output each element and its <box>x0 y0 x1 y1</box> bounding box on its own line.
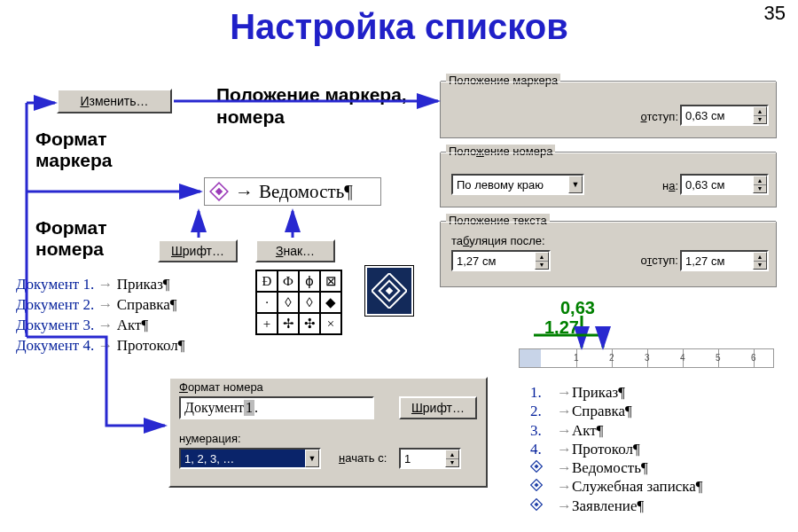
format-prefix: Документ <box>184 400 244 416</box>
start-at-input[interactable]: 1 ▲▼ <box>399 448 461 469</box>
list-item: Документ 2. → Справка¶ <box>16 295 184 316</box>
svg-rect-4 <box>386 287 393 294</box>
charmap-cell[interactable]: Ð <box>256 270 278 292</box>
preview-item: 2.→Справка¶ <box>530 402 703 420</box>
svg-rect-8 <box>534 483 538 488</box>
sample-marker-line: → Ведомость¶ <box>204 177 381 206</box>
text-indent-value: 1,27 см <box>685 254 724 268</box>
preview-item: →Заявление¶ <box>530 497 703 515</box>
chevron-down-icon[interactable]: ▼ <box>305 450 319 467</box>
chevron-down-icon[interactable]: ▼ <box>568 176 583 193</box>
charmap-cell[interactable]: ✢ <box>278 313 299 334</box>
start-label: начать с: <box>339 451 387 465</box>
marker-indent-value: 0,63 см <box>685 109 724 122</box>
diamond-icon <box>208 181 230 202</box>
charmap-cell[interactable]: ◊ <box>278 292 299 313</box>
preview-item: →Служебная записка¶ <box>530 477 703 496</box>
charmap-cell[interactable]: × <box>320 313 341 334</box>
svg-rect-1 <box>215 188 223 195</box>
format-num-digit: 1 <box>244 400 254 416</box>
tab-label: табуляция после: <box>451 234 545 247</box>
numbering-value: 1, 2, 3, … <box>184 452 234 466</box>
change-button-label: Изменить… <box>80 94 148 108</box>
ruler-number: 3 <box>645 353 650 363</box>
charmap-cell[interactable]: Ф <box>278 270 299 292</box>
svg-rect-10 <box>534 502 538 506</box>
charmap-cell[interactable]: ◊ <box>299 292 320 313</box>
spinner-icon[interactable]: ▲▼ <box>753 176 767 193</box>
preview-item: 3.→Акт¶ <box>530 421 703 440</box>
spinner-icon[interactable]: ▲▼ <box>753 252 767 270</box>
ruler-number: 1 <box>574 353 579 363</box>
font2-button-label: Шрифт… <box>411 401 465 415</box>
symbol-button-label: Знак… <box>276 244 315 258</box>
sample-text: Ведомость¶ <box>259 181 353 203</box>
indent-label: отступ: <box>640 110 678 123</box>
format-number-legend: Формат номера <box>179 380 263 394</box>
charmap-cell[interactable]: ϕ <box>299 270 320 292</box>
font-button-label: Шрифт… <box>171 244 224 258</box>
preview-item: 4.→Протокол¶ <box>530 440 703 458</box>
ruler: 123456 <box>519 348 774 368</box>
number-format-input[interactable]: Документ 1. <box>179 396 374 419</box>
at-label: на: <box>662 179 678 192</box>
charmap-cell[interactable]: ◆ <box>320 292 341 313</box>
ruler-number: 2 <box>609 353 614 363</box>
charmap-cell[interactable]: ⊠ <box>320 270 341 292</box>
character-map[interactable]: ÐФϕ⊠·◊◊◆+✢✣× <box>255 270 342 335</box>
preview-item: →Ведомость¶ <box>530 458 703 477</box>
list-item: Документ 1. → Приказ¶ <box>16 275 184 295</box>
list-item: Документ 3. → Акт¶ <box>16 316 184 336</box>
font2-button[interactable]: Шрифт… <box>399 396 477 419</box>
annotation-063: 0,63 <box>560 298 595 318</box>
charmap-cell[interactable]: + <box>256 313 278 334</box>
spinner-icon[interactable]: ▲▼ <box>445 450 459 467</box>
number-align-value: По левому краю <box>457 178 544 192</box>
group-marker-position-legend: Положение маркера <box>446 74 560 87</box>
svg-rect-6 <box>534 464 538 468</box>
numbering-dropdown[interactable]: 1, 2, 3, … ▼ <box>179 448 321 469</box>
group-marker-position: Положение маркера отступ: 0,63 см ▲▼ <box>440 82 777 138</box>
text-indent-input[interactable]: 1,27 см ▲▼ <box>680 250 769 271</box>
selected-glyph <box>365 266 413 316</box>
label-marker-format: Формат маркера <box>35 129 160 171</box>
font-button[interactable]: Шрифт… <box>158 239 238 262</box>
group-number-position-legend: Положение номера <box>446 145 555 158</box>
number-align-dropdown[interactable]: По левому краю ▼ <box>451 174 584 195</box>
group-text-position: Положение текста табуляция после: 1,27 с… <box>440 222 777 287</box>
preview-list: 1.→Приказ¶2.→Справка¶3.→Акт¶4.→Протокол¶… <box>530 383 703 515</box>
number-at-value: 0,63 см <box>685 178 724 192</box>
list-item: Документ 4. → Протокол¶ <box>16 336 184 356</box>
format-number-panel: Формат номера Документ 1. Шрифт… нумерац… <box>168 377 488 488</box>
annotation-127: 1,27 <box>544 317 579 338</box>
tab-after-value: 1,27 см <box>457 254 496 268</box>
number-at-input[interactable]: 0,63 см ▲▼ <box>680 174 769 195</box>
label-number-format: Формат номера <box>35 217 151 260</box>
change-button[interactable]: Изменить… <box>57 89 172 113</box>
label-position: Положение маркера, номера <box>216 83 411 128</box>
spinner-icon[interactable]: ▲▼ <box>753 106 767 124</box>
group-number-position: Положение номера По левому краю ▼ на: 0,… <box>440 153 777 207</box>
numbering-label: нумерация: <box>179 432 241 445</box>
ruler-number: 4 <box>680 353 685 363</box>
charmap-cell[interactable]: · <box>256 292 278 313</box>
text-indent-label: отступ: <box>640 254 678 267</box>
spinner-icon[interactable]: ▲▼ <box>535 252 549 270</box>
charmap-cell[interactable]: ✣ <box>299 313 320 334</box>
tab-after-input[interactable]: 1,27 см ▲▼ <box>451 250 551 271</box>
group-text-position-legend: Положение текста <box>446 214 550 227</box>
marker-indent-input[interactable]: 0,63 см ▲▼ <box>680 105 769 126</box>
preview-item: 1.→Приказ¶ <box>530 383 703 402</box>
start-at-value: 1 <box>404 452 411 466</box>
symbol-button[interactable]: Знак… <box>255 239 335 262</box>
page-title: Настройка списков <box>0 7 798 47</box>
ruler-number: 5 <box>716 353 721 363</box>
sample-arrow: → <box>235 181 254 203</box>
document-list: Документ 1. → Приказ¶Документ 2. → Справ… <box>16 275 184 356</box>
ruler-number: 6 <box>751 353 756 363</box>
format-suffix: . <box>254 400 258 416</box>
